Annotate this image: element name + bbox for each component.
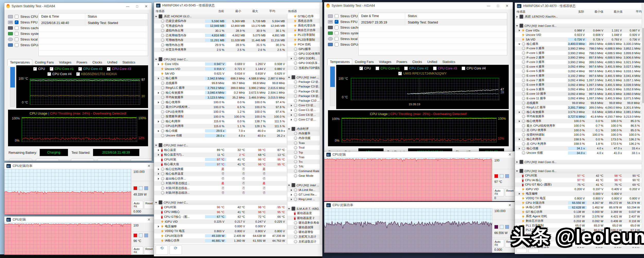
stress-checkbox-4[interactable] [15, 37, 19, 41]
color-swatch[interactable] [494, 174, 498, 178]
sensor-row[interactable]: 按需时钟调制100.0 %100.0 %100.0 %100.0 % [515, 132, 642, 137]
sensor-row[interactable]: 当前的cTDP级别 [287, 66, 320, 70]
legend-checkbox[interactable] [50, 67, 53, 71]
sensor-row[interactable]: 总 CPU 利用率158.5 %1.8 %172.5 %136.2 % [515, 142, 642, 146]
expander-icon[interactable] [518, 111, 521, 113]
sensor-row[interactable]: 核心有效频率3,579.3 MHz0.6 MHz4,589.4 MHz3,081… [515, 110, 642, 114]
sensor-row[interactable]: 驱动器温度 [287, 211, 320, 216]
expander-icon[interactable] [516, 15, 518, 18]
titlebar[interactable]: CPU封装 ✕ [4, 216, 154, 223]
color-swatch[interactable] [139, 186, 143, 190]
stress-checkbox-0[interactable] [15, 15, 19, 19]
color-swatch[interactable] [500, 174, 504, 178]
sensor-row[interactable]: E-core 6 频率3,192.2 MHz997.6 MHz3,491.5 M… [515, 74, 642, 78]
sensor-row[interactable]: iGPU VID0.225 V0.217 V0.247 V0.225 V [154, 219, 287, 224]
expander-icon[interactable] [157, 120, 160, 123]
close-icon[interactable]: ✕ [508, 203, 513, 207]
titlebar[interactable]: CPU封装 ✕ [324, 151, 515, 158]
sensor-row[interactable]: 驱动器故障 [287, 225, 320, 230]
expander-icon[interactable] [518, 138, 521, 140]
sensor-row[interactable]: CPU总利用率115.6 %1.1 %128.1 %111.5 % [154, 124, 287, 129]
tab-powers[interactable]: Powers [394, 59, 410, 65]
column-header-4[interactable]: 平均 [258, 9, 275, 13]
log-row[interactable]: 2023/6/7 15:35:19 Stability Test: Starte… [359, 19, 507, 26]
autofit-button[interactable]: Auto Fit [493, 188, 504, 196]
sensor-row[interactable]: 最大CPU/线程使...100.0 %6.5 %100.0 %97.8 % [154, 105, 287, 110]
expander-icon[interactable] [157, 130, 160, 132]
sensor-row[interactable]: Core VIDs0.947 V0.669 V1.260 V0.938 V [154, 62, 287, 67]
tab-voltages[interactable]: Voltages [376, 59, 394, 65]
reset-button[interactable]: Reset [144, 201, 154, 209]
expander-icon[interactable] [516, 161, 518, 163]
expander-icon[interactable] [288, 76, 290, 78]
test-log[interactable]: Date & Time Status 2023/6/7 15:35:19 Sta… [358, 13, 507, 55]
titlebar[interactable]: HWiNFO64 v7.43-5045 - 传感器状态 [154, 2, 322, 9]
expander-icon[interactable] [157, 63, 160, 65]
expander-icon[interactable] [288, 184, 290, 186]
sensor-row[interactable]: P-core 2 频率3,990.2 MHz897.8 MHz4,688.5 M… [515, 55, 642, 60]
expander-icon[interactable] [157, 168, 160, 170]
color-swatches[interactable] [494, 174, 509, 178]
expander-icon[interactable] [157, 92, 160, 94]
sensor-row[interactable]: 平均有效频率3,123.5 MHz35.2 MHz3,466.9 MHz3,01… [154, 95, 287, 100]
stress-checkbox-2[interactable] [335, 26, 338, 29]
expander-icon[interactable] [290, 109, 293, 111]
sensor-row[interactable]: CPU IA 核心97 °C41 °C98 °C90 °C [515, 178, 642, 182]
sensor-row[interactable]: 物理内存占用29.9 %28.9 %31.5 %30.3 % [154, 43, 287, 47]
sensor-section-row[interactable]: 系统: LENOVO XiaoXin... [515, 14, 642, 19]
sensor-row[interactable]: GT核心功率 [287, 14, 320, 19]
column-header-4[interactable]: 平均 [623, 10, 642, 14]
test-log[interactable]: Date & Time Status 2023/6/16 21:48:40 St… [38, 13, 148, 56]
sensor-row[interactable]: 电压偏移0.000 V0.000 V [154, 224, 287, 229]
sensor-row[interactable]: 封装/环形总线过...是否是 [154, 181, 287, 186]
sensor-row[interactable]: 剩余芯片功率0.203 W0.092 W0.406 W0.116 W [515, 219, 642, 223]
sensor-section-row[interactable]: CPU [#0]: Intel ... [287, 75, 320, 79]
sensor-row[interactable]: 系统代理功率 [287, 23, 320, 28]
expander-icon[interactable] [290, 194, 293, 196]
legend-checkbox[interactable] [433, 67, 437, 70]
sensor-row[interactable]: CPU封装功率49.339 W2.405 W64.638 W47.206 W [154, 233, 287, 238]
sensor-row[interactable]: Package C10 ... [287, 98, 320, 103]
color-swatch[interactable] [144, 186, 148, 190]
expander-icon[interactable] [518, 147, 521, 150]
sensor-row[interactable]: VDDQ TX 电压0.800 V0.800 V0.800 V0.800 V [154, 229, 287, 234]
column-header-0[interactable]: 传感器 [154, 9, 207, 13]
color-swatches[interactable] [494, 225, 509, 229]
tab-clocks[interactable]: Clocks [410, 59, 425, 65]
color-swatch[interactable] [500, 225, 504, 229]
sensor-row[interactable]: 核心临界温度否否否 [154, 172, 287, 176]
sensor-row[interactable]: IA核心功率46.881 W1.360 W61.555 W44.763 W [154, 238, 287, 243]
close-button[interactable]: ✕ [506, 4, 509, 8]
sensor-row[interactable]: 内存频率 [287, 131, 320, 136]
expander-icon[interactable] [157, 77, 160, 79]
sensor-row[interactable]: Tras [287, 155, 320, 159]
sensor-row[interactable]: CPU封装97 °C41 °C98 °C95 °C [154, 157, 287, 162]
stress-checkbox-3[interactable] [335, 31, 338, 35]
sensor-row[interactable]: CPU总使用率100.0 %1.2 %100.0 %97.4 % [154, 109, 287, 114]
cpuid-button[interactable]: CPUID [131, 159, 152, 161]
titlebar[interactable]: System Stability Test - AIDA64 — □ ✕ [324, 2, 513, 9]
sensor-row[interactable]: E-core 11 频率3,092.4 MHz1,097.3 MHz3,491.… [515, 96, 642, 101]
sensor-row[interactable]: Core C7 驻... [287, 117, 320, 122]
color-swatch[interactable] [139, 233, 143, 237]
sensor-row[interactable]: 总线频率99.8 MHz99.8 MHz99.8 MHz99.8 MHz [515, 101, 642, 105]
close-icon[interactable]: ✕ [508, 152, 513, 157]
graph-scrollbar[interactable] [10, 67, 15, 107]
sensor-row[interactable]: Uncore 倍频28.0 x4.0 x40.0 x26.2 x [154, 133, 287, 138]
stress-checkbox-2[interactable] [15, 26, 19, 30]
legend-checkbox[interactable] [107, 67, 111, 71]
tab-unified[interactable]: Unified [105, 59, 120, 66]
sensor-row[interactable]: Package C6 驻... [287, 89, 320, 94]
sensor-row[interactable]: IA Limit Re... [287, 188, 320, 192]
legend-checkbox[interactable] [47, 72, 51, 76]
sensor-section-row[interactable]: CPU [#0]: Intel Core i5... [515, 160, 642, 164]
expander-icon[interactable] [288, 128, 290, 130]
expander-icon[interactable] [155, 201, 157, 204]
sensor-row[interactable]: Ring Limit ... [287, 197, 320, 201]
sensor-row[interactable]: 核心使用率100.0 %0.0 %100.0 %85.0 % [515, 119, 642, 124]
column-header-0[interactable]: 传感器 [515, 10, 565, 14]
expander-icon[interactable] [155, 58, 157, 60]
sensor-row[interactable]: CPU封装97 °C42 °C98 °C90 °C [515, 173, 642, 178]
sensor-row[interactable]: Ring/LLC 频率2,793.2 MHz399.0 MHz3,990.2 M… [154, 86, 287, 91]
titlebar[interactable]: CPU封装功率 ✕ [4, 163, 154, 169]
